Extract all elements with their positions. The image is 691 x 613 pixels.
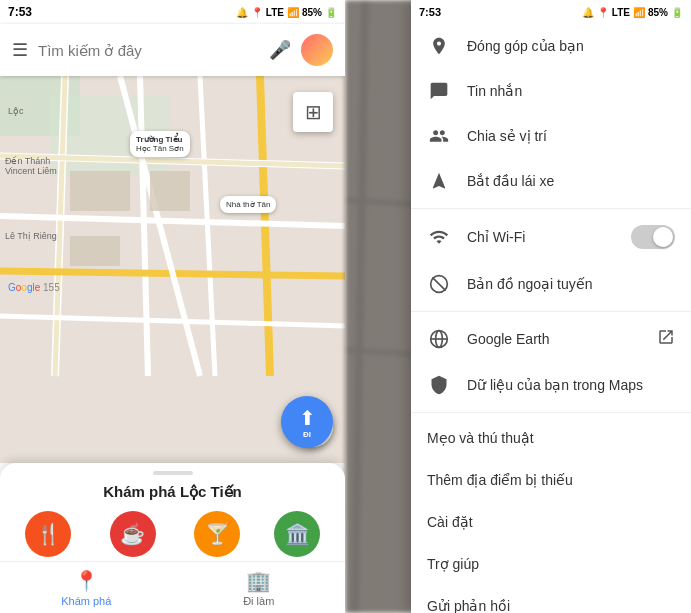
sheet-title: Khám phá Lộc Tiến [0,483,345,501]
menu-item-contribution[interactable]: Đóng góp của bạn [411,24,691,69]
nav-commute[interactable]: 🏢 Đi làm [173,562,346,613]
messages-text: Tin nhắn [467,83,675,99]
commute-label: Đi làm [243,595,274,607]
directions-button[interactable]: ⬆ ĐI [281,396,333,448]
menu-item-wifi-only[interactable]: Chỉ Wi-Fi [411,213,691,262]
menu-add-place[interactable]: Thêm địa điểm bị thiếu [411,459,691,501]
your-data-icon [427,375,451,395]
menu-item-start-driving[interactable]: Bắt đầu lái xe [411,159,691,204]
offline-maps-text: Bản đồ ngoại tuyến [467,276,675,292]
hamburger-icon[interactable]: ☰ [12,39,28,61]
status-bar-left: 7:53 🔔 📍 LTE 📶 85% 🔋 [0,0,345,24]
start-driving-icon [427,171,451,191]
status-icons-left: 🔔 📍 LTE 📶 85% 🔋 [236,7,337,18]
menu-item-offline-maps[interactable]: Bản đồ ngoại tuyến [411,262,691,307]
avatar[interactable] [301,34,333,66]
toggle-knob [653,227,673,247]
wifi-only-text: Chỉ Wi-Fi [467,229,615,245]
explore-label: Khám phá [61,595,111,607]
microphone-icon[interactable]: 🎤 [269,39,291,61]
cafe-icon: ☕ [110,511,156,557]
menu-panel: 7:53 🔔 📍 LTE 📶 85% 🔋 Đóng góp của bạn Ti… [411,0,691,613]
bottom-navigation: 📍 Khám phá 🏢 Đi làm [0,561,345,613]
messages-icon [427,81,451,101]
church-marker: Nhà thờ Tân [220,196,276,213]
menu-status-bar: 7:53 🔔 📍 LTE 📶 85% 🔋 [411,0,691,24]
time-left: 7:53 [8,5,32,19]
search-input[interactable] [38,42,259,59]
svg-line-23 [432,277,445,290]
menu-status-icons: 🔔 📍 LTE 📶 85% 🔋 [582,7,683,18]
menu-help[interactable]: Trợ giúp [411,543,691,585]
wifi-icon [427,227,451,247]
svg-rect-16 [70,236,120,266]
map-label-2: Đến ThánhVincent Liêm [5,156,57,176]
divider-3 [411,412,691,413]
contribution-text: Đóng góp của bạn [467,38,675,54]
google-earth-text: Google Earth [467,331,641,347]
menu-item-messages[interactable]: Tin nhắn [411,69,691,114]
directions-label: ĐI [303,430,311,439]
nav-explore[interactable]: 📍 Khám phá [0,562,173,613]
map-label-1: Lộc [8,106,24,116]
share-location-icon [427,126,451,146]
svg-rect-15 [150,171,190,211]
offline-maps-icon [427,274,451,294]
your-data-text: Dữ liệu của bạn trong Maps [467,377,675,393]
map-label-3: Lê Thị Riêng [5,231,57,241]
sheet-handle [153,471,193,475]
google-earth-icon [427,329,451,349]
commute-icon: 🏢 [246,569,271,593]
menu-item-your-data[interactable]: Dữ liệu của bạn trong Maps [411,363,691,408]
menu-settings[interactable]: Cài đặt [411,501,691,543]
school-marker: Trường Tiểu Học Tân Sơn [130,131,190,157]
menu-item-share-location[interactable]: Chia sẻ vị trí [411,114,691,159]
share-location-text: Chia sẻ vị trí [467,128,675,144]
google-logo: Google 155 [8,282,60,293]
landmark-icon: 🏛️ [274,511,320,557]
menu-item-google-earth[interactable]: Google Earth [411,316,691,363]
svg-rect-14 [70,171,130,211]
wifi-toggle[interactable] [631,225,675,249]
explore-icon: 📍 [74,569,99,593]
restaurant-icon: 🍴 [25,511,71,557]
right-panel: ⊞ ◎ ⬆ 🏛️ 7:53 🔔 📍 LTE 📶 85% 🔋 Đóng góp c… [345,0,691,613]
bar-icon: 🍸 [194,511,240,557]
divider-2 [411,311,691,312]
left-panel: 7:53 🔔 📍 LTE 📶 85% 🔋 ☰ 🎤 [0,0,345,613]
directions-icon: ⬆ [299,406,316,430]
menu-feedback[interactable]: Gửi phản hồi [411,585,691,613]
start-driving-text: Bắt đầu lái xe [467,173,675,189]
layers-button[interactable]: ⊞ [293,92,333,132]
menu-time: 7:53 [419,6,441,18]
search-bar[interactable]: ☰ 🎤 [0,24,345,76]
menu-tips[interactable]: Mẹo và thú thuật [411,417,691,459]
contribution-icon [427,36,451,56]
divider-1 [411,208,691,209]
external-link-icon [657,328,675,350]
